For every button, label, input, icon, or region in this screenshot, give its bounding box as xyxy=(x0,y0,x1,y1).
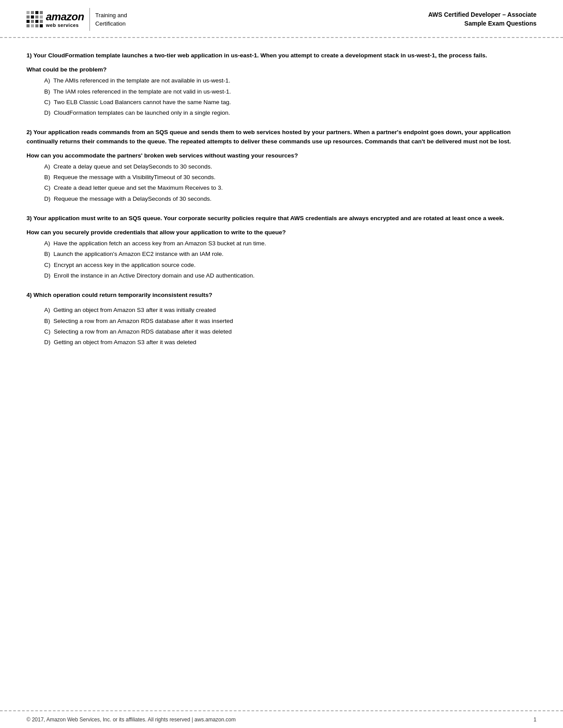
grid-dot xyxy=(40,20,43,23)
question-1-answers: A) The AMIs referenced in the template a… xyxy=(44,76,537,117)
answer-label: D) xyxy=(44,109,50,116)
training-certification: Training and Certification xyxy=(95,11,127,28)
grid-dot xyxy=(35,11,38,14)
list-item: A) Have the application fetch an access … xyxy=(44,239,537,248)
answer-text: Selecting a row from an Amazon RDS datab… xyxy=(54,328,232,335)
grid-dot xyxy=(35,24,38,27)
list-item: C) Selecting a row from an Amazon RDS da… xyxy=(44,327,537,336)
list-item: B) The IAM roles referenced in the templ… xyxy=(44,87,537,96)
footer: © 2017, Amazon Web Services, Inc. or its… xyxy=(0,710,563,728)
list-item: D) Getting an object from Amazon S3 afte… xyxy=(44,338,537,347)
question-3-text: 3) Your application must write to an SQS… xyxy=(26,214,537,223)
header: amazon web services Training and Certifi… xyxy=(0,0,563,38)
grid-dot xyxy=(31,20,34,23)
answer-text: Encrypt an access key in the application… xyxy=(54,262,196,268)
page: amazon web services Training and Certifi… xyxy=(0,0,563,728)
grid-dot xyxy=(40,24,43,27)
answer-label: D) xyxy=(44,272,50,279)
list-item: D) Enroll the instance in an Active Dire… xyxy=(44,271,537,280)
list-item: C) Create a dead letter queue and set th… xyxy=(44,184,537,192)
question-1-block: 1) Your CloudFormation template launches… xyxy=(26,51,537,117)
amazon-text: amazon xyxy=(46,11,84,23)
answer-label: B) xyxy=(44,318,50,324)
question-2-answers: A) Create a delay queue and set DelaySec… xyxy=(44,162,537,203)
grid-dot xyxy=(40,15,43,19)
content-area: 1) Your CloudFormation template launches… xyxy=(0,38,563,710)
answer-label: C) xyxy=(44,99,50,105)
answer-text: CloudFormation templates can be launched… xyxy=(54,109,230,116)
answer-text: Two ELB Classic Load Balancers cannot ha… xyxy=(54,99,231,105)
grid-dot xyxy=(35,15,38,19)
answer-text: Enroll the instance in an Active Directo… xyxy=(54,272,255,279)
question-3-answers: A) Have the application fetch an access … xyxy=(44,239,537,280)
question-2-sub: How can you accommodate the partners' br… xyxy=(26,152,537,159)
list-item: C) Encrypt an access key in the applicat… xyxy=(44,261,537,270)
exam-title-line2: Sample Exam Questions xyxy=(465,20,537,27)
question-4-answers: A) Getting an object from Amazon S3 afte… xyxy=(44,306,537,347)
aws-grid-icon xyxy=(26,10,43,29)
answer-label: C) xyxy=(44,262,50,268)
list-item: C) Two ELB Classic Load Balancers cannot… xyxy=(44,98,537,107)
question-4-block: 4) Which operation could return temporar… xyxy=(26,291,537,347)
list-item: A) Getting an object from Amazon S3 afte… xyxy=(44,306,537,315)
list-item: B) Selecting a row from an Amazon RDS da… xyxy=(44,317,537,326)
grid-dot xyxy=(31,11,34,14)
answer-label: B) xyxy=(44,251,50,257)
aws-logo: amazon web services Training and Certifi… xyxy=(26,8,127,31)
footer-copyright: © 2017, Amazon Web Services, Inc. or its… xyxy=(26,717,236,723)
answer-label: A) xyxy=(44,163,50,170)
question-1-text: 1) Your CloudFormation template launches… xyxy=(26,51,537,60)
footer-page-number: 1 xyxy=(533,717,537,723)
answer-label: B) xyxy=(44,88,50,95)
answer-text: The IAM roles referenced in the template… xyxy=(53,88,231,95)
question-2-text: 2) Your application reads commands from … xyxy=(26,128,537,146)
header-right: AWS Certified Developer – Associate Samp… xyxy=(428,11,537,28)
grid-dot xyxy=(26,20,30,23)
grid-dot xyxy=(26,15,30,19)
training-line1: Training and xyxy=(95,11,127,20)
question-3-sub: How can you securely provide credentials… xyxy=(26,229,537,236)
answer-text: Getting an object from Amazon S3 after i… xyxy=(54,339,196,345)
list-item: A) The AMIs referenced in the template a… xyxy=(44,76,537,85)
list-item: A) Create a delay queue and set DelaySec… xyxy=(44,162,537,171)
header-separator xyxy=(89,8,90,31)
list-item: D) CloudFormation templates can be launc… xyxy=(44,109,537,117)
list-item: D) Requeue the message with a DelaySecon… xyxy=(44,195,537,203)
exam-title-line1: AWS Certified Developer – Associate xyxy=(428,11,537,18)
grid-dot xyxy=(26,24,30,27)
answer-text: Have the application fetch an access key… xyxy=(53,240,266,247)
answer-label: C) xyxy=(44,184,50,191)
answer-text: Create a dead letter queue and set the M… xyxy=(54,184,223,191)
grid-dot xyxy=(31,15,34,19)
answer-label: D) xyxy=(44,339,50,345)
answer-label: A) xyxy=(44,77,50,84)
training-line2: Certification xyxy=(95,19,127,28)
grid-dot xyxy=(26,11,30,14)
answer-label: A) xyxy=(44,307,50,313)
answer-text: Create a delay queue and set DelaySecond… xyxy=(53,163,212,170)
list-item: B) Launch the application's Amazon EC2 i… xyxy=(44,250,537,259)
answer-text: Getting an object from Amazon S3 after i… xyxy=(53,307,216,313)
logo-area: amazon web services Training and Certifi… xyxy=(26,8,127,31)
answer-label: A) xyxy=(44,240,50,247)
answer-text: Requeue the message with a DelaySeconds … xyxy=(54,195,212,202)
answer-text: Requeue the message with a VisibilityTim… xyxy=(53,174,215,180)
brand-name: amazon web services xyxy=(46,11,84,28)
question-4-text: 4) Which operation could return temporar… xyxy=(26,291,537,300)
question-1-sub: What could be the problem? xyxy=(26,66,537,73)
grid-dot xyxy=(35,20,38,23)
webservices-text: web services xyxy=(46,23,84,28)
answer-text: The AMIs referenced in the template are … xyxy=(53,77,230,84)
answer-label: D) xyxy=(44,195,50,202)
answer-text: Launch the application's Amazon EC2 inst… xyxy=(53,251,223,257)
answer-label: B) xyxy=(44,174,50,180)
grid-dot xyxy=(40,11,43,14)
exam-title: AWS Certified Developer – Associate Samp… xyxy=(428,11,537,28)
list-item: B) Requeue the message with a Visibility… xyxy=(44,173,537,182)
answer-text: Selecting a row from an Amazon RDS datab… xyxy=(53,318,233,324)
grid-dot xyxy=(31,24,34,27)
question-3-block: 3) Your application must write to an SQS… xyxy=(26,214,537,280)
question-2-block: 2) Your application reads commands from … xyxy=(26,128,537,203)
answer-label: C) xyxy=(44,328,50,335)
